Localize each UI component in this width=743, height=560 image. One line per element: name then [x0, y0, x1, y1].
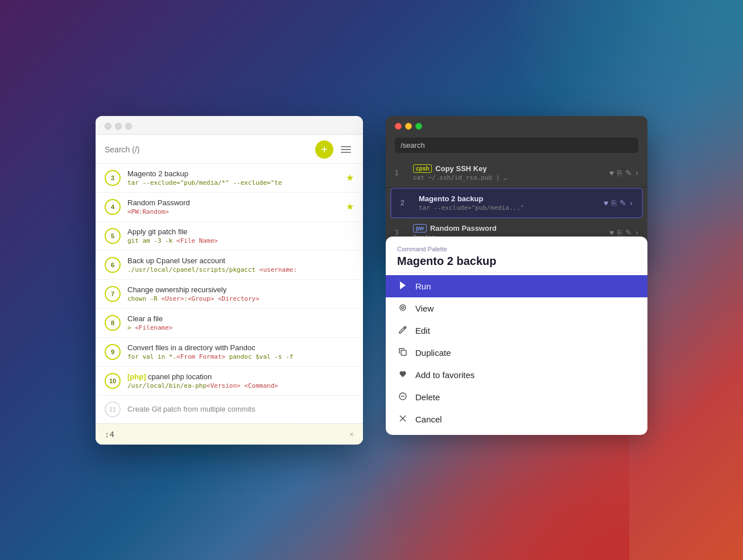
snippet-item[interactable]: 9 Convert files in a directory with Pand…	[96, 338, 363, 367]
snippet-content: Change ownership recursively chown -R <U…	[127, 285, 354, 302]
left-window: + 3 Magento 2 backup tar --exclude="pub/…	[96, 116, 363, 445]
svg-point-2	[402, 306, 404, 309]
snippet-number: 5	[105, 228, 121, 244]
maximize-button-left[interactable]	[125, 123, 132, 130]
snippet-content: Magento 2 backup tar --exclude="pub/medi…	[127, 169, 341, 186]
item-header: Magento 2 backup	[419, 194, 604, 203]
menu-button[interactable]	[338, 142, 354, 157]
item-number: 2	[401, 199, 412, 207]
snippet-title: Random Password	[127, 198, 341, 207]
snippet-number: 4	[105, 199, 121, 215]
maximize-button-right[interactable]	[415, 123, 422, 130]
view-label: View	[415, 304, 434, 313]
palette-edit-button[interactable]: Edit	[386, 320, 647, 342]
snippet-content: [php] cpanel php location /usr/local/bin…	[127, 372, 354, 389]
right-list-item[interactable]: 1 cpsh Copy SSH Key cat ~/.ssh/id_rsa.pu…	[386, 159, 647, 188]
item-number: 3	[395, 229, 406, 237]
item-subtitle: cat ~/.ssh/id_rsa.pub | …	[413, 174, 609, 181]
palette-run-button[interactable]: Run	[386, 275, 647, 297]
star-icon[interactable]: ★	[346, 201, 354, 212]
item-content: Magento 2 backup tar --exclude="pub/medi…	[419, 194, 604, 211]
delete-icon	[397, 392, 408, 403]
duplicate-icon	[397, 347, 408, 358]
snippet-code: ./usr/local/cpanel/scripts/pkgacct <user…	[127, 266, 354, 273]
palette-delete-button[interactable]: Delete	[386, 386, 647, 408]
copy-icon[interactable]: ⎘	[617, 228, 622, 237]
favorites-label: Add to favorites	[415, 370, 474, 380]
item-tag: pw	[413, 224, 427, 233]
cancel-icon	[397, 414, 408, 425]
right-window: 1 cpsh Copy SSH Key cat ~/.ssh/id_rsa.pu…	[386, 116, 647, 247]
windows-container: + 3 Magento 2 backup tar --exclude="pub/…	[96, 116, 647, 445]
copy-icon[interactable]: ⎘	[612, 198, 616, 208]
snippet-code: <PW:Random>	[127, 208, 341, 215]
snippet-number: 10	[105, 373, 121, 389]
snippet-item[interactable]: 11 Create Git patch from multiple commit…	[96, 396, 363, 424]
minimize-button-right[interactable]	[405, 123, 412, 130]
close-button-left[interactable]	[105, 123, 112, 130]
snippet-code: git am -3 -k <File Name>	[127, 237, 354, 244]
cancel-label: Cancel	[415, 414, 442, 424]
snippet-code: > <Filename>	[127, 324, 354, 331]
snippet-item[interactable]: 8 Clear a file > <Filename>	[96, 309, 363, 338]
snippet-title: Change ownership recursively	[127, 285, 354, 294]
right-list-item-selected[interactable]: 2 Magento 2 backup tar --exclude="pub/me…	[390, 188, 643, 218]
snippets-list: 3 Magento 2 backup tar --exclude="pub/me…	[96, 164, 363, 424]
edit-palette-icon	[397, 325, 408, 336]
favorites-icon	[397, 370, 408, 380]
edit-icon[interactable]: ✎	[625, 168, 632, 177]
left-titlebar	[96, 116, 363, 135]
palette-cancel-button[interactable]: Cancel	[386, 408, 647, 430]
duplicate-label: Duplicate	[415, 348, 451, 358]
right-traffic-lights	[395, 123, 422, 130]
run-icon	[397, 281, 408, 292]
snippet-code: chown -R <User>:<Group> <Directory>	[127, 295, 354, 302]
right-list: 1 cpsh Copy SSH Key cat ~/.ssh/id_rsa.pu…	[386, 159, 647, 247]
close-button-right[interactable]	[395, 123, 402, 130]
right-search-input[interactable]	[395, 138, 638, 153]
edit-label: Edit	[415, 326, 430, 335]
snippet-item[interactable]: 4 Random Password <PW:Random> ★	[96, 193, 363, 222]
snippet-title: Convert files in a directory with Pandoc	[127, 343, 354, 352]
command-input[interactable]	[105, 430, 349, 439]
snippet-item[interactable]: 5 Apply git patch file git am -3 -k <Fil…	[96, 222, 363, 251]
command-input-row: ×	[96, 424, 363, 445]
chevron-right-icon[interactable]: ›	[630, 198, 633, 208]
snippet-item[interactable]: 6 Back up Cpanel User account ./usr/loca…	[96, 251, 363, 280]
search-input[interactable]	[105, 145, 315, 154]
svg-point-1	[400, 305, 406, 310]
edit-icon[interactable]: ✎	[620, 198, 626, 208]
snippet-number: 3	[105, 170, 121, 186]
snippet-item[interactable]: 3 Magento 2 backup tar --exclude="pub/me…	[96, 164, 363, 193]
heart-icon[interactable]: ♥	[609, 228, 614, 237]
snippet-item[interactable]: 10 [php] cpanel php location /usr/local/…	[96, 367, 363, 396]
svg-rect-3	[401, 350, 406, 355]
clear-icon[interactable]: ×	[349, 430, 354, 439]
left-traffic-lights	[105, 123, 132, 130]
minimize-button-left[interactable]	[115, 123, 122, 130]
snippet-number: 11	[105, 401, 121, 417]
palette-favorites-button[interactable]: Add to favorites	[386, 364, 647, 386]
star-icon[interactable]: ★	[346, 172, 354, 183]
item-number: 1	[395, 169, 406, 177]
palette-view-button[interactable]: View	[386, 297, 647, 320]
snippet-item[interactable]: 7 Change ownership recursively chown -R …	[96, 280, 363, 309]
item-header: pw Random Password	[413, 224, 609, 233]
item-content: cpsh Copy SSH Key cat ~/.ssh/id_rsa.pub …	[413, 164, 609, 181]
snippet-number: 6	[105, 257, 121, 273]
chevron-right-icon[interactable]: ›	[635, 228, 638, 237]
item-actions: ♥ ⎘ ✎ ›	[609, 168, 638, 177]
add-button[interactable]: +	[315, 140, 333, 159]
heart-icon[interactable]: ♥	[609, 168, 614, 177]
snippet-title: Create Git patch from multiple commits	[127, 405, 354, 413]
chevron-right-icon[interactable]: ›	[635, 168, 638, 177]
item-title: Random Password	[430, 224, 497, 233]
edit-icon[interactable]: ✎	[625, 228, 632, 237]
heart-icon[interactable]: ♥	[604, 198, 608, 208]
snippet-number: 8	[105, 315, 121, 331]
snippet-code: for val in *.<From Format> pandoc $val -…	[127, 353, 354, 360]
snippet-title: Clear a file	[127, 314, 354, 323]
palette-label: Command Palette	[397, 246, 636, 252]
palette-duplicate-button[interactable]: Duplicate	[386, 342, 647, 364]
copy-icon[interactable]: ⎘	[617, 168, 622, 177]
